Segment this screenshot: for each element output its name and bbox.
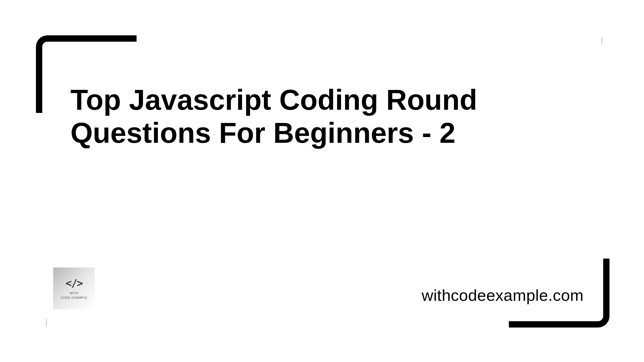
slide-container: Top Javascript Coding Round Questions Fo… xyxy=(0,0,644,362)
logo-text-bottom: CODE EXAMPLE xyxy=(61,296,87,299)
tick-mark-bottom-left xyxy=(46,319,47,326)
tick-mark-top-right xyxy=(601,37,602,45)
code-icon: </> xyxy=(66,277,83,289)
website-url: withcodeexample.com xyxy=(421,286,584,305)
brand-logo: </> WITH CODE EXAMPLE xyxy=(53,267,95,309)
slide-title: Top Javascript Coding Round Questions Fo… xyxy=(70,83,530,149)
logo-text-top: WITH xyxy=(70,291,78,295)
